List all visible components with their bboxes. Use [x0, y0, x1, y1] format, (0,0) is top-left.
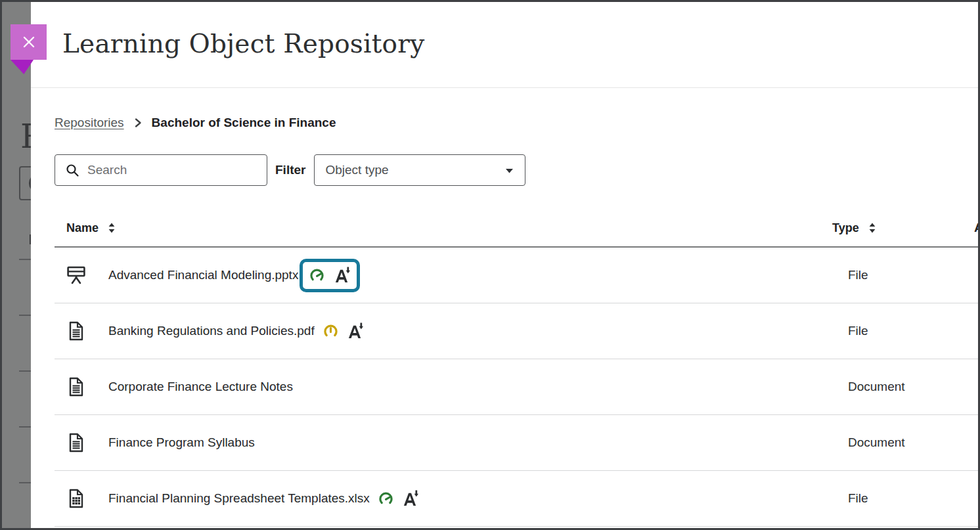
background-divider [19, 370, 31, 372]
bookmark-fold [11, 60, 33, 74]
object-type-select-value: Object type [325, 163, 388, 177]
background-divider [19, 315, 31, 316]
document-icon [66, 321, 86, 341]
background-divider [19, 259, 31, 260]
sort-icon[interactable] [869, 223, 876, 233]
column-header-partial: A [974, 221, 980, 235]
dimmed-background-page: R 1 1 1 1 1 [2, 2, 31, 528]
search-icon [66, 164, 79, 177]
sort-icon[interactable] [108, 223, 115, 233]
alternative-formats-icon[interactable] [402, 490, 418, 508]
spreadsheet-icon [66, 489, 86, 508]
presentation-icon [66, 265, 86, 285]
dropdown-caret-icon [505, 168, 514, 173]
table-row[interactable]: Finance Program Syllabus Document [55, 415, 978, 471]
background-partial-heading: R [20, 120, 31, 153]
alternative-formats-icon[interactable] [334, 267, 350, 284]
dialog-content: Repositories Bachelor of Science in Fina… [31, 88, 978, 528]
object-name[interactable]: Finance Program Syllabus [108, 435, 255, 450]
object-type: Document [848, 380, 905, 394]
object-name[interactable]: Banking Regulations and Policies.pdf [108, 324, 315, 338]
breadcrumb-chevron-icon [134, 118, 142, 128]
dialog-header: Learning Object Repository [31, 2, 978, 88]
accessibility-score-gauge-icon-amber[interactable] [323, 324, 338, 339]
object-name[interactable]: Financial Planning Spreadsheet Templates… [108, 491, 370, 506]
object-type: Document [848, 435, 905, 450]
search-input[interactable] [86, 162, 253, 178]
background-divider [19, 482, 31, 483]
document-icon [66, 433, 86, 453]
highlight-callout-box [300, 259, 360, 292]
close-dialog-button[interactable] [11, 24, 47, 74]
close-icon [21, 34, 37, 50]
object-type: File [848, 491, 868, 506]
breadcrumb-current: Bachelor of Science in Finance [152, 116, 336, 130]
breadcrumb-link-repositories[interactable]: Repositories [55, 116, 124, 130]
accessibility-score-gauge-icon-green[interactable] [378, 491, 393, 506]
screenshot-frame: R 1 1 1 1 1 Learning Object Repository [0, 0, 980, 530]
object-type-select[interactable]: Object type [314, 154, 525, 186]
alternative-formats-icon[interactable] [347, 322, 363, 340]
document-icon [66, 377, 86, 397]
object-name[interactable]: Corporate Finance Lecture Notes [108, 380, 293, 394]
table-row[interactable]: Financial Planning Spreadsheet Templates… [55, 471, 978, 527]
table-row[interactable]: Advanced Financial Modeling.pptx Fi [55, 248, 978, 303]
accessibility-score-gauge-icon-green[interactable] [309, 268, 324, 283]
table-row[interactable]: Banking Regulations and Policies.pdf [55, 303, 978, 359]
toolbar: Filter Object type [55, 154, 978, 186]
filter-label: Filter [275, 163, 305, 177]
search-box[interactable] [55, 154, 267, 186]
table-header-row: Name Type A [55, 210, 978, 248]
column-header-type[interactable]: Type [832, 221, 876, 235]
dialog-title: Learning Object Repository [62, 29, 424, 58]
column-header-name[interactable]: Name [55, 221, 115, 235]
breadcrumb: Repositories Bachelor of Science in Fina… [55, 116, 978, 130]
background-partial-search-box [19, 166, 31, 200]
object-type: File [848, 324, 868, 338]
object-type: File [848, 268, 868, 282]
object-name[interactable]: Advanced Financial Modeling.pptx [108, 268, 298, 282]
background-divider [19, 426, 31, 428]
table-row[interactable]: Corporate Finance Lecture Notes Document [55, 359, 978, 415]
